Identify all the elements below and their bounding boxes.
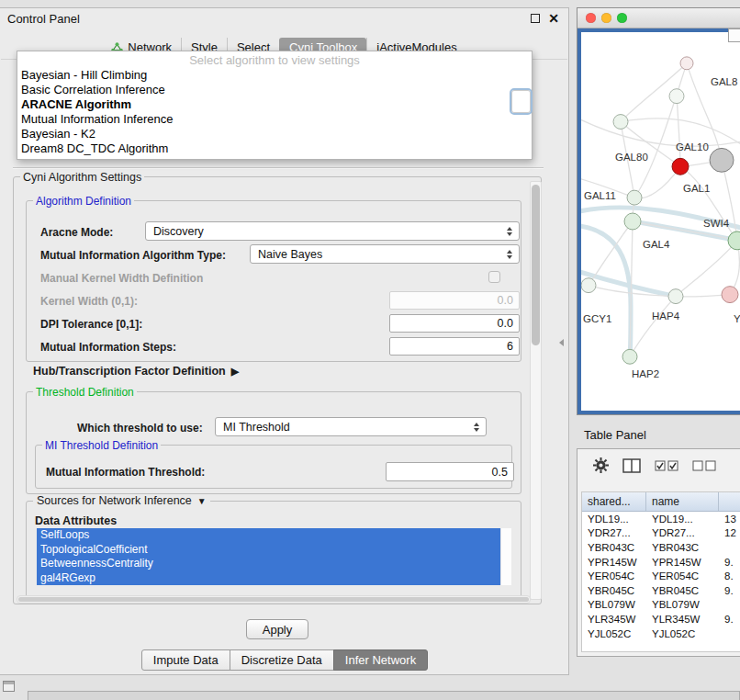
table-row[interactable]: YDL19...YDL19...13 [582, 512, 740, 526]
deselect-all-columns-icon[interactable] [692, 459, 716, 472]
table-panel-title: Table Panel [584, 428, 646, 442]
table-cell: YBR043C [646, 542, 719, 553]
bottom-tab-infer-network[interactable]: Infer Network [333, 649, 428, 671]
table-cell: YDL19... [646, 514, 719, 525]
panel-divider [13, 167, 544, 169]
network-node-pink[interactable] [722, 287, 738, 303]
scrollbar-thumb[interactable] [532, 185, 540, 345]
node-label-gal11: GAL11 [584, 190, 616, 201]
table-row[interactable]: YER054CYER054C8. [582, 569, 740, 583]
node-label-hap2: HAP2 [632, 368, 659, 379]
algorithm-option-bayesian-hill-climbing[interactable]: Bayesian - Hill Climbing [17, 68, 532, 83]
kernel-width-label: Kernel Width (0,1): [40, 295, 138, 308]
table-row[interactable]: YBL079WYBL079W [582, 598, 740, 613]
network-node-gal10[interactable] [672, 158, 689, 175]
table-row[interactable]: YBR043CYBR043C [582, 540, 740, 555]
node-label-gal1: GAL1 [683, 183, 710, 194]
combo-arrows-icon [469, 423, 484, 432]
column-header-2[interactable] [719, 492, 740, 511]
zoom-traffic-light[interactable] [617, 13, 627, 23]
network-canvas[interactable]: GAL8GAL80GAL10GAL11GAL1SWI4GAL4GCY1HAP4Y… [581, 32, 740, 411]
algorithm-option-basic-correlation-inference[interactable]: Basic Correlation Inference [17, 83, 532, 97]
attribute-item-gal4rgexp[interactable]: gal4RGexp [37, 571, 501, 586]
network-node-top[interactable] [680, 57, 693, 70]
list-scrollbar[interactable] [500, 528, 511, 585]
network-node-gal80[interactable] [613, 115, 628, 130]
attribute-item-selfloops[interactable]: SelfLoops [37, 528, 501, 543]
table-settings-gear-icon[interactable] [593, 457, 609, 473]
mi-threshold-input[interactable] [386, 462, 514, 481]
table-row[interactable]: YLR345WYLR345W9. [582, 612, 740, 627]
table-row[interactable]: YPR145WYPR145W9. [582, 555, 740, 570]
network-node-hap4[interactable] [668, 289, 683, 304]
aracne-mode-select[interactable]: Discovery [145, 221, 520, 241]
table-row[interactable]: YJL052CYJL052C [582, 627, 740, 641]
sources-group-toggle[interactable]: Sources for Network Inference ▼ [33, 494, 210, 507]
settings-group-title: Cyni Algorithm Settings [20, 171, 144, 184]
algorithm-combo-fragment[interactable] [510, 88, 533, 115]
minimize-traffic-light[interactable] [601, 13, 611, 23]
settings-scrollbar[interactable] [530, 181, 542, 600]
node-label-gcy1: GCY1 [583, 313, 611, 324]
network-node-upper[interactable] [669, 89, 684, 104]
network-canvas-frame: GAL8GAL80GAL10GAL11GAL1SWI4GAL4GCY1HAP4Y… [577, 28, 740, 414]
mi-threshold-label: Mutual Information Threshold: [46, 466, 205, 479]
table-cell: YBR043C [582, 542, 646, 553]
float-window-icon[interactable] [531, 14, 540, 23]
column-header-0[interactable]: shared... [582, 492, 646, 511]
kernel-width-input [389, 291, 520, 310]
column-header-1[interactable]: name [646, 492, 719, 511]
scrollbar-thumb[interactable] [18, 597, 529, 602]
close-window-icon[interactable]: ✕ [548, 14, 559, 23]
network-node-gal11[interactable] [627, 190, 642, 205]
algorithm-option-aracne-algorithm[interactable]: ARACNE Algorithm [17, 97, 532, 112]
table-cell: YDR27... [582, 527, 646, 538]
panel-splitter-icon[interactable] [559, 339, 564, 346]
dpi-tolerance-label: DPI Tolerance [0,1]: [40, 318, 142, 331]
table-cell: YDR27... [646, 527, 719, 538]
combo-arrows-icon [502, 250, 517, 259]
network-view-window: GAL8GAL80GAL10GAL11GAL1SWI4GAL4GCY1HAP4Y… [577, 7, 740, 415]
network-node-right-green[interactable] [728, 231, 740, 250]
expand-arrow-icon: ▶ [231, 366, 239, 378]
node-label-hap4: HAP4 [652, 311, 680, 322]
table-cell: YBL079W [646, 599, 719, 610]
minimized-panel-icon[interactable] [3, 681, 15, 692]
table-row[interactable]: YDR27...YDR27...12 [582, 526, 740, 541]
threshold-definition-title: Threshold Definition [33, 386, 137, 399]
attribute-item-betweennesscentrality[interactable]: BetweennessCentrality [37, 557, 501, 571]
node-label-gal10: GAL10 [676, 141, 709, 152]
node-label-swi4: SWI4 [703, 218, 730, 229]
select-all-columns-icon[interactable] [655, 459, 678, 472]
manual-kernel-checkbox[interactable] [488, 271, 500, 283]
mi-algorithm-type-select[interactable]: Naive Bayes [250, 244, 520, 264]
sources-group-title: Sources for Network Inference [37, 494, 192, 507]
network-node-hub-gray[interactable] [710, 148, 734, 172]
apply-button[interactable]: Apply [246, 619, 308, 639]
table-cell: YJL052C [582, 628, 646, 639]
control-panel-titlebar[interactable]: Control Panel ✕ [0, 8, 568, 28]
mi-steps-input[interactable] [389, 337, 520, 356]
algorithm-option-dream8-dc-tdc-algorithm[interactable]: Dream8 DC_TDC Algorithm [17, 141, 532, 156]
network-node-gcy1[interactable] [581, 278, 596, 293]
network-node-hap2[interactable] [622, 349, 637, 364]
bottom-tab-discretize-data[interactable]: Discretize Data [230, 649, 334, 671]
algorithm-dropdown-list: Bayesian - Hill ClimbingBasic Correlatio… [17, 68, 532, 156]
algorithm-option-mutual-information-inference[interactable]: Mutual Information Inference [17, 112, 532, 127]
close-traffic-light[interactable] [586, 13, 596, 23]
algorithm-option-bayesian-k2[interactable]: Bayesian - K2 [17, 127, 532, 141]
network-node-gal4[interactable] [624, 213, 641, 230]
dropdown-placeholder: Select algorithm to view settings [17, 52, 532, 68]
network-window-titlebar[interactable] [577, 8, 740, 28]
network-corner-button[interactable] [728, 28, 740, 42]
bottom-tab-impute-data[interactable]: Impute Data [141, 649, 230, 671]
table-cell: YBR045C [646, 585, 719, 596]
show-columns-icon[interactable] [622, 458, 641, 473]
combo-arrows-icon [502, 227, 517, 236]
table-row[interactable]: YBR045CYBR045C9. [582, 583, 740, 598]
dpi-tolerance-input[interactable] [389, 314, 520, 333]
horizontal-scrollbar[interactable] [17, 595, 531, 604]
hub-definition-expander[interactable]: Hub/Transcription Factor Definition ▶ [33, 365, 239, 378]
attribute-item-topologicalcoefficient[interactable]: TopologicalCoefficient [37, 543, 501, 558]
which-threshold-select[interactable]: MI Threshold [215, 417, 487, 436]
